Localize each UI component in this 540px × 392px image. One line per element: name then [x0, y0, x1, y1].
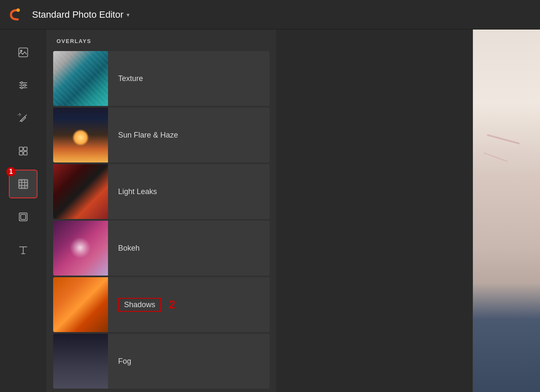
panel-section-title: OVERLAYS	[46, 30, 276, 51]
sidebar-icon-layers[interactable]	[9, 137, 38, 165]
overlay-list: Texture Sun Flare & Haze Light Leaks	[46, 51, 276, 392]
overlay-item-sunflare[interactable]: Sun Flare & Haze	[53, 108, 270, 162]
annotation-1: 1	[6, 167, 16, 176]
photo-preview	[472, 30, 540, 392]
svg-point-8	[24, 84, 26, 87]
sidebar-icon-text[interactable]	[9, 235, 38, 264]
overlay-thumb-lightleaks	[53, 164, 108, 219]
svg-rect-19	[24, 151, 27, 155]
overlay-label-bokeh: Bokeh	[108, 244, 270, 253]
sidebar-icon-overlays[interactable]: 1	[9, 170, 38, 198]
overlay-item-texture[interactable]: Texture	[53, 51, 270, 106]
svg-point-0	[7, 6, 24, 24]
annotation-2: 2	[169, 298, 176, 311]
icon-sidebar: 1	[0, 30, 46, 392]
overlay-item-bokeh[interactable]: Bokeh	[53, 221, 270, 276]
svg-point-1	[16, 8, 20, 12]
svg-point-9	[21, 87, 23, 89]
app-logo[interactable]	[7, 6, 24, 24]
app-header: Standard Photo Editor ▾	[0, 0, 540, 30]
overlay-panel: OVERLAYS Texture Sun Flare & Haze	[46, 30, 276, 392]
overlay-thumb-texture	[53, 51, 108, 106]
main-area: 1 OVERL	[0, 30, 540, 392]
sidebar-icon-magic[interactable]	[9, 104, 38, 132]
overlay-label-fog: Fog	[108, 357, 270, 366]
overlay-label-shadows: Shadows	[124, 300, 155, 309]
svg-rect-21	[20, 181, 27, 187]
svg-rect-27	[21, 214, 26, 219]
svg-rect-2	[19, 48, 28, 57]
overlay-label-lightleaks: Light Leaks	[108, 187, 270, 196]
overlay-item-shadows[interactable]: Shadows 2	[53, 277, 270, 332]
title-dropdown-arrow[interactable]: ▾	[127, 11, 130, 18]
svg-rect-20	[19, 180, 28, 189]
shadows-label-box: Shadows	[118, 298, 161, 312]
svg-point-3	[21, 50, 22, 52]
svg-rect-16	[19, 147, 23, 151]
svg-point-7	[21, 82, 23, 84]
app-title: Standard Photo Editor	[32, 9, 123, 20]
overlay-item-fog[interactable]: Fog	[53, 334, 270, 389]
overlay-thumb-shadows	[53, 277, 108, 332]
overlay-thumb-sunflare	[53, 108, 108, 162]
sidebar-icon-adjustments[interactable]	[9, 71, 38, 100]
app-title-area[interactable]: Standard Photo Editor ▾	[32, 9, 130, 20]
svg-rect-18	[19, 151, 23, 155]
overlay-item-lightleaks[interactable]: Light Leaks	[53, 164, 270, 219]
sidebar-icon-frames[interactable]	[9, 203, 38, 231]
overlay-thumb-fog	[53, 334, 108, 389]
sidebar-icon-image[interactable]	[9, 38, 38, 67]
overlay-thumb-bokeh	[53, 221, 108, 276]
photo-canvas	[276, 30, 540, 392]
overlay-label-texture: Texture	[108, 74, 270, 83]
svg-rect-17	[24, 147, 27, 151]
overlay-label-sunflare: Sun Flare & Haze	[108, 131, 270, 140]
